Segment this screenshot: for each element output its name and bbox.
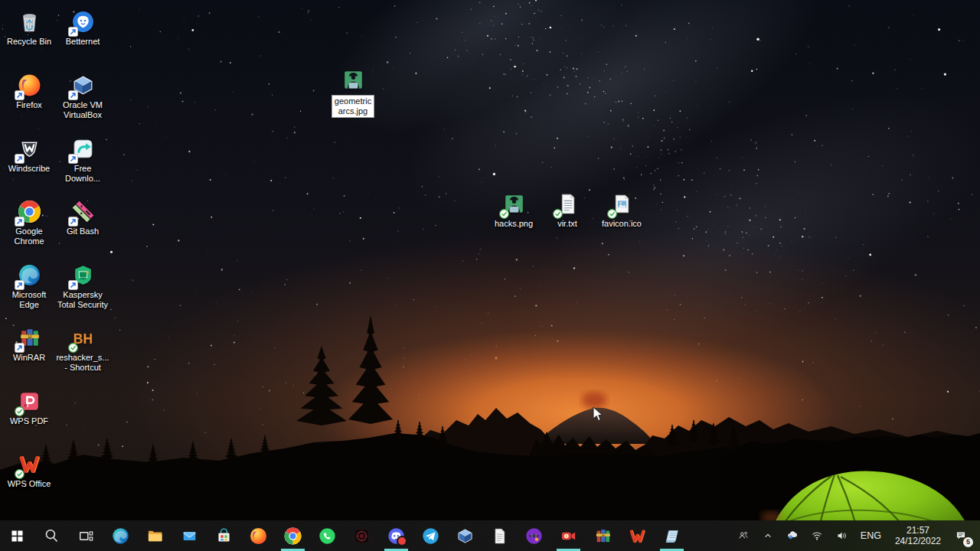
taskbar-search-button[interactable]: [34, 520, 69, 551]
firefox-icon: [17, 73, 42, 98]
windscribe-icon: [17, 136, 42, 161]
clock-date: 24/12/2022: [895, 536, 941, 546]
taskbar-screen-recorder-button[interactable]: [551, 520, 586, 551]
taskbar-chrome-button[interactable]: [276, 520, 310, 551]
virtualbox-icon: [70, 73, 96, 98]
desktop-icon-label: Oracle VM VirtualBox: [63, 100, 103, 120]
chrome-icon: [17, 199, 42, 224]
desktop-icon-oracle-vm-virtualbox[interactable]: Oracle VM VirtualBox: [50, 73, 116, 120]
desktop-icon-label: Git Bash: [67, 227, 99, 236]
shortcut-arrow-overlay: [15, 90, 24, 100]
shortcut-arrow-overlay: [15, 217, 24, 227]
taskbar-edge-button[interactable]: [103, 520, 138, 551]
desktop-icon-label: favicon.ico: [602, 219, 642, 229]
desktop-icon-label: WinRAR: [13, 353, 45, 363]
taskbar-discord-button[interactable]: [379, 520, 413, 551]
taskbar-store-button[interactable]: [207, 520, 241, 551]
wifi-icon[interactable]: [805, 520, 829, 551]
sync-check-overlay: [499, 209, 509, 219]
taskbar-file-explorer-button[interactable]: [138, 520, 172, 551]
people-icon[interactable]: [731, 520, 756, 551]
desktop-icon-geometric-arcs-jpg[interactable]: geometric arcs.jpg: [320, 67, 386, 118]
shortcut-arrow-overlay: [15, 343, 24, 353]
winrar-icon: [17, 325, 42, 350]
taskbar-start-button[interactable]: [0, 520, 34, 551]
taskbar-whatsapp-button[interactable]: [310, 520, 345, 551]
betternet-icon: [70, 9, 96, 34]
chevron-up-icon[interactable]: [756, 520, 780, 551]
sync-check-overlay: [68, 343, 78, 353]
desktop-area: Recycle BinBetternetFirefoxOracle VM Vir…: [0, 0, 980, 520]
sync-check-overlay: [15, 406, 24, 416]
sync-check-overlay: [553, 209, 563, 219]
desktop-icon-label: Windscribe: [8, 164, 50, 174]
desktop-icon-label: hacks.png: [495, 219, 533, 229]
image-file-icon: [609, 191, 635, 217]
desktop-icon-label: Free Downlo...: [65, 164, 100, 184]
sync-check-overlay: [15, 469, 24, 479]
notification-dot-badge: [397, 536, 407, 546]
taskbar: ENG 21:57 24/12/2022 5: [0, 520, 980, 551]
action-center-button[interactable]: 5: [948, 520, 977, 551]
taskbar-task-view-button[interactable]: [69, 520, 103, 551]
fdm-icon: [70, 136, 96, 161]
desktop-icon-favicon-ico[interactable]: favicon.ico: [589, 191, 655, 229]
taskbar-notepad-document-button[interactable]: [482, 520, 517, 551]
desktop-icon-label: Recycle Bin: [7, 37, 51, 47]
shortcut-arrow-overlay: [68, 280, 78, 290]
language-indicator[interactable]: ENG: [854, 520, 888, 551]
system-tray: ENG 21:57 24/12/2022 5: [731, 520, 980, 551]
desktop-icon-free-download-manager[interactable]: Free Downlo...: [50, 136, 116, 184]
taskbar-wps-office-button[interactable]: [620, 520, 655, 551]
hacker-photo-icon: [341, 67, 366, 93]
hacker-photo-icon: [501, 191, 527, 217]
desktop-icon-reshacker-shortcut[interactable]: BHreshacker_s... - Shortcut: [50, 325, 116, 373]
desktop-icon-git-bash[interactable]: Git Bash: [50, 199, 116, 236]
clock[interactable]: 21:57 24/12/2022: [888, 520, 948, 551]
desktop-icon-label: WPS Office: [8, 479, 51, 489]
sync-check-overlay: [607, 209, 617, 219]
wps-office-icon: [17, 452, 42, 477]
kaspersky-icon: [70, 262, 96, 288]
text-file-icon: [555, 191, 580, 217]
desktop-icon-label: Betternet: [66, 37, 100, 47]
desktop-icon-wps-pdf[interactable]: WPS PDF: [0, 389, 62, 426]
desktop-icon-label: Firefox: [16, 100, 42, 110]
taskbar-mail-button[interactable]: [172, 520, 207, 551]
taskbar-notes-app-button[interactable]: [655, 520, 689, 551]
taskbar-telegram-button[interactable]: [413, 520, 448, 551]
taskbar-firefox-button[interactable]: [241, 520, 276, 551]
desktop-icon-betternet[interactable]: Betternet: [50, 9, 116, 47]
speaker-icon[interactable]: [829, 520, 854, 551]
shortcut-arrow-overlay: [68, 27, 78, 37]
shortcut-arrow-overlay: [68, 90, 78, 100]
taskbar-winrar-button[interactable]: [586, 520, 620, 551]
desktop-icon-wps-office[interactable]: WPS Office: [0, 452, 62, 489]
gitbash-icon: [70, 199, 96, 224]
onedrive-cloud-icon[interactable]: [780, 520, 805, 551]
desktop-icon-label: Kaspersky Total Security: [57, 290, 108, 310]
shortcut-arrow-overlay: [15, 154, 24, 164]
taskbar-virtualbox-button[interactable]: [448, 520, 482, 551]
desktop-icon-label: Microsoft Edge: [12, 290, 47, 310]
desktop-icon-label: vir.txt: [557, 219, 577, 229]
desktop-icon-label: reshacker_s... - Shortcut: [56, 353, 109, 373]
shortcut-arrow-overlay: [15, 280, 24, 290]
desktop-icon-label: Google Chrome: [14, 227, 44, 246]
desktop-icon-label: WPS PDF: [10, 416, 48, 426]
edge-icon: [17, 262, 42, 288]
recycle-bin-icon: [17, 9, 42, 34]
shortcut-arrow-overlay: [68, 217, 78, 227]
taskbar-purple-mask-app-button[interactable]: [517, 520, 551, 551]
clock-time: 21:57: [906, 525, 929, 536]
shortcut-arrow-overlay: [68, 154, 78, 164]
taskbar-hacker-app-button[interactable]: [345, 520, 379, 551]
desktop-icon-label: geometric arcs.jpg: [332, 95, 374, 118]
notification-count-badge: 5: [963, 537, 973, 547]
reshacker-icon: BH: [70, 325, 96, 350]
desktop-icon-kaspersky-total-security[interactable]: Kaspersky Total Security: [50, 262, 116, 310]
wps-pdf-icon: [17, 389, 42, 414]
